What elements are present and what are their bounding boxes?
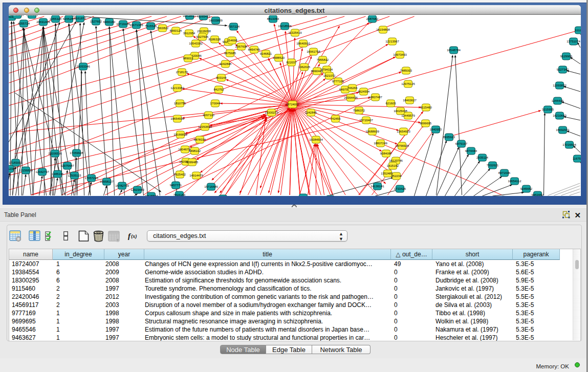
svg-text:10688609: 10688609 [365, 130, 379, 133]
svg-text:742455: 742455 [330, 117, 341, 120]
svg-text:621605: 621605 [385, 102, 396, 105]
svg-text:19218506: 19218506 [278, 25, 292, 28]
svg-text:16120746: 16120746 [389, 159, 403, 162]
svg-text:16210643: 16210643 [553, 114, 567, 117]
svg-text:16782759: 16782759 [115, 184, 129, 187]
svg-text:1810755: 1810755 [173, 102, 186, 105]
svg-text:14914479: 14914479 [189, 174, 203, 177]
svg-text:5498222: 5498222 [188, 149, 201, 152]
svg-text:15692971: 15692971 [556, 128, 570, 132]
svg-text:17016504: 17016504 [562, 143, 576, 146]
svg-text:1345136: 1345136 [51, 172, 63, 176]
svg-text:1244415: 1244415 [551, 99, 563, 102]
svg-text:12213967: 12213967 [385, 40, 399, 43]
svg-text:10543382: 10543382 [189, 42, 203, 45]
svg-text:822037: 822037 [286, 61, 297, 64]
svg-text:9794024: 9794024 [320, 68, 333, 71]
svg-text:18640910: 18640910 [296, 42, 310, 45]
svg-text:16671385: 16671385 [129, 24, 143, 27]
svg-text:10654112: 10654112 [508, 180, 521, 183]
svg-text:1362615: 1362615 [298, 65, 310, 69]
svg-text:13751074: 13751074 [567, 40, 580, 43]
svg-text:16033809: 16033809 [209, 19, 223, 22]
svg-text:13654923: 13654923 [397, 130, 410, 133]
svg-text:9453652: 9453652 [531, 193, 543, 196]
svg-text:6466160: 6466160 [103, 20, 115, 24]
svg-text:10719185: 10719185 [116, 23, 130, 26]
svg-text:15716485: 15716485 [204, 185, 218, 188]
svg-text:90838637: 90838637 [183, 15, 197, 17]
svg-text:9242848: 9242848 [219, 62, 231, 65]
svg-text:9115460: 9115460 [420, 106, 432, 109]
svg-text:15300273: 15300273 [265, 111, 278, 114]
svg-text:10807487: 10807487 [368, 96, 382, 99]
svg-text:746266: 746266 [347, 86, 358, 90]
svg-text:9084067: 9084067 [380, 152, 392, 155]
svg-text:3675685: 3675685 [224, 52, 236, 55]
svg-text:252234: 252234 [391, 174, 402, 178]
svg-text:10958127: 10958127 [100, 180, 114, 183]
svg-text:12449579: 12449579 [401, 114, 415, 117]
svg-text:17183001: 17183001 [9, 161, 23, 164]
svg-text:17957225: 17957225 [84, 177, 98, 180]
svg-text:(x): (x) [131, 233, 137, 239]
svg-text:2367608: 2367608 [235, 45, 247, 48]
svg-text:16548784: 16548784 [447, 49, 461, 52]
svg-text:1242845: 1242845 [304, 111, 317, 114]
svg-text:1621072: 1621072 [323, 74, 335, 77]
svg-text:19166825: 19166825 [173, 133, 187, 136]
svg-text:8471636: 8471636 [498, 171, 510, 174]
svg-text:7357224: 7357224 [227, 25, 239, 28]
svg-text:23226058: 23226058 [197, 30, 211, 33]
svg-text:1640953: 1640953 [429, 128, 442, 131]
svg-text:6155287: 6155287 [62, 17, 75, 20]
svg-text:7625402: 7625402 [173, 173, 186, 176]
svg-text:9457771: 9457771 [169, 184, 182, 187]
svg-text:12093832: 12093832 [553, 84, 567, 87]
svg-text:2935114: 2935114 [476, 156, 489, 159]
svg-text:9129906: 9129906 [560, 55, 572, 58]
svg-text:2718170: 2718170 [176, 71, 188, 74]
svg-text:9777109: 9777109 [332, 80, 344, 83]
svg-text:116753: 116753 [572, 157, 580, 160]
svg-text:12923443: 12923443 [130, 188, 144, 191]
svg-text:7632621: 7632621 [486, 164, 498, 167]
svg-text:11615594: 11615594 [144, 194, 158, 196]
svg-text:10973493: 10973493 [393, 53, 407, 56]
svg-text:9699695: 9699695 [419, 122, 431, 125]
svg-text:12213382: 12213382 [170, 86, 184, 90]
svg-text:9327505: 9327505 [196, 35, 208, 38]
svg-text:9600133: 9600133 [26, 15, 38, 16]
svg-text:2087682: 2087682 [366, 17, 378, 20]
svg-text:18463627: 18463627 [403, 99, 417, 102]
svg-text:12156829: 12156829 [19, 169, 33, 172]
svg-text:7816184: 7816184 [173, 193, 185, 196]
svg-text:20206536: 20206536 [48, 152, 62, 155]
svg-text:14136141: 14136141 [371, 185, 384, 188]
svg-text:16154808: 16154808 [376, 28, 390, 31]
svg-text:7515526: 7515526 [144, 25, 157, 28]
svg-text:8660124: 8660124 [169, 29, 182, 32]
svg-text:3912954: 3912954 [183, 32, 195, 35]
svg-text:9245652: 9245652 [520, 187, 532, 190]
svg-text:10433218: 10433218 [10, 15, 24, 16]
svg-text:391236: 391236 [9, 167, 15, 170]
svg-text:1055328: 1055328 [49, 17, 61, 20]
svg-text:12353594: 12353594 [198, 125, 212, 128]
svg-text:6099485: 6099485 [186, 161, 198, 164]
svg-text:1588520: 1588520 [272, 56, 285, 59]
svg-text:20364436: 20364436 [344, 96, 358, 99]
svg-text:6479197: 6479197 [455, 142, 467, 145]
svg-text:11325419: 11325419 [288, 31, 302, 34]
svg-text:16961758: 16961758 [307, 50, 320, 53]
svg-text:19654935: 19654935 [170, 117, 184, 120]
svg-text:12975125: 12975125 [401, 82, 415, 85]
svg-text:1733426: 1733426 [394, 187, 406, 190]
svg-text:3267110: 3267110 [203, 114, 215, 117]
svg-text:7986372: 7986372 [353, 109, 365, 112]
svg-text:12942737: 12942737 [35, 170, 49, 173]
svg-text:19756928: 19756928 [395, 144, 409, 147]
svg-text:32975487: 32975487 [60, 164, 74, 167]
svg-text:12505115: 12505115 [68, 174, 81, 177]
svg-text:9146821: 9146821 [259, 52, 272, 55]
